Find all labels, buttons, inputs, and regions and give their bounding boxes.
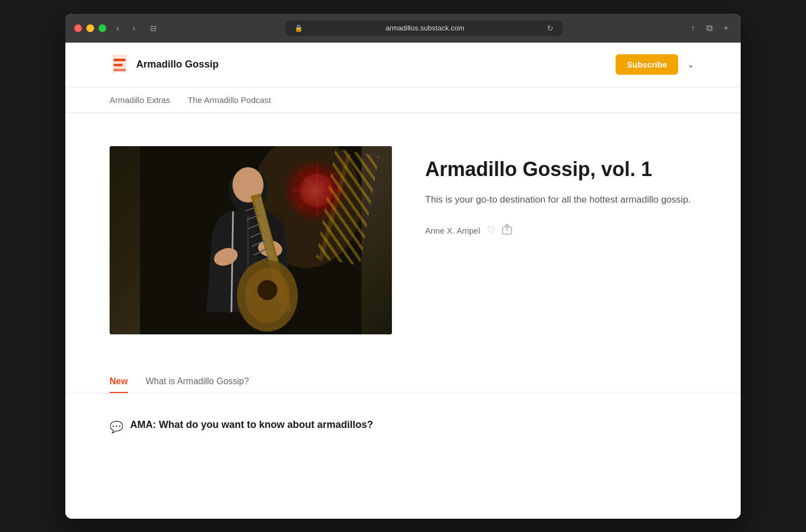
svg-rect-0 (113, 59, 126, 61)
hero-image (110, 146, 392, 334)
address-bar-container: 🔒 armadillos.substack.com ↻ (168, 20, 681, 36)
back-button[interactable]: ‹ (113, 22, 122, 34)
header-right: Subscribe ⌄ (616, 54, 696, 75)
sidebar-toggle-button[interactable]: ⊟ (146, 22, 161, 35)
hero-description: This is your go-to destination for all t… (425, 192, 696, 207)
hero-content: Armadillo Gossip, vol. 1 This is your go… (425, 146, 696, 237)
svg-rect-2 (113, 69, 126, 71)
browser-window: ‹ › ⊟ 🔒 armadillos.substack.com ↻ ↑ ⧉ + (65, 14, 741, 519)
browser-chrome: ‹ › ⊟ 🔒 armadillos.substack.com ↻ ↑ ⧉ + (65, 14, 741, 43)
browser-actions: ↑ ⧉ + (688, 21, 732, 35)
posts-section: 💬 AMA: What do you want to know about ar… (65, 394, 741, 459)
site-header: Armadillo Gossip Subscribe ⌄ (65, 43, 741, 87)
share-button[interactable]: ↑ (688, 21, 699, 35)
share-icon[interactable] (502, 224, 512, 237)
refresh-button[interactable]: ↻ (547, 24, 554, 33)
hero-meta: Anne X. Ampel ♡ (425, 224, 696, 237)
url-text: armadillos.substack.com (306, 24, 544, 32)
tab-new[interactable]: New (110, 368, 128, 393)
brand-name: Armadillo Gossip (136, 59, 219, 70)
tab-what-is[interactable]: What is Armadillo Gossip? (146, 368, 249, 393)
hero-image-inner (110, 146, 392, 334)
tabs-section: New What is Armadillo Gossip? (65, 368, 741, 394)
heart-icon[interactable]: ♡ (487, 224, 495, 236)
svg-rect-1 (113, 64, 122, 66)
post-item: 💬 AMA: What do you want to know about ar… (110, 410, 696, 442)
site-nav: Armadillo Extras The Armadillo Podcast (65, 87, 741, 113)
hero-section: Armadillo Gossip, vol. 1 This is your go… (65, 113, 741, 368)
new-tab-button[interactable]: + (720, 21, 732, 35)
chevron-down-icon[interactable]: ⌄ (685, 57, 696, 72)
post-chat-icon: 💬 (110, 420, 123, 433)
brand: Armadillo Gossip (110, 54, 219, 76)
subscribe-button[interactable]: Subscribe (616, 54, 678, 75)
maximize-button[interactable] (99, 24, 106, 32)
close-button[interactable] (74, 24, 82, 32)
minimize-button[interactable] (86, 24, 94, 32)
hero-title: Armadillo Gossip, vol. 1 (425, 157, 696, 181)
nav-item-extras[interactable]: Armadillo Extras (110, 87, 170, 112)
nav-item-podcast[interactable]: The Armadillo Podcast (188, 87, 271, 112)
post-title[interactable]: AMA: What do you want to know about arma… (130, 419, 373, 431)
brand-icon (110, 54, 130, 76)
traffic-lights (74, 24, 106, 32)
author-name: Anne X. Ampel (425, 226, 480, 235)
page-content: Armadillo Gossip Subscribe ⌄ Armadillo E… (65, 43, 741, 519)
svg-point-29 (257, 280, 277, 300)
address-bar[interactable]: 🔒 armadillos.substack.com ↻ (286, 20, 562, 36)
tabs-button[interactable]: ⧉ (703, 21, 716, 35)
forward-button[interactable]: › (129, 22, 138, 34)
tabs: New What is Armadillo Gossip? (110, 368, 696, 393)
lock-icon: 🔒 (294, 24, 303, 32)
